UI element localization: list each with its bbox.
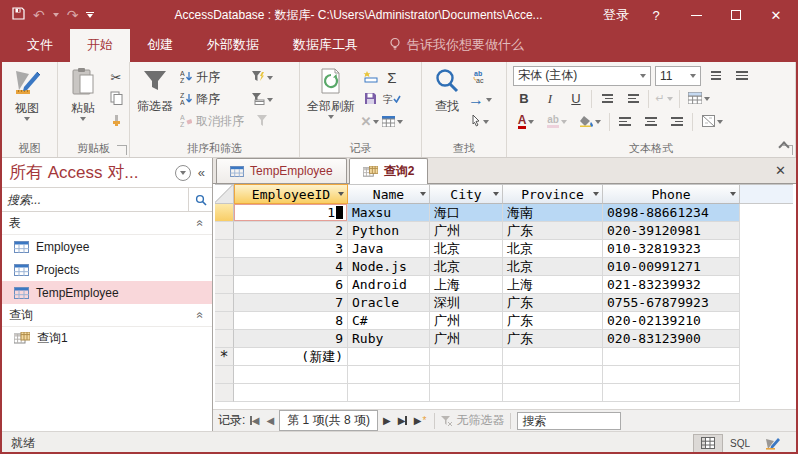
nav-item-query1[interactable]: 查询1 <box>2 327 212 350</box>
increase-indent-button[interactable] <box>622 88 644 109</box>
tab-create[interactable]: 创建 <box>130 29 190 62</box>
tab-home[interactable]: 开始 <box>70 29 130 62</box>
cell[interactable]: 010-32819323 <box>603 240 740 258</box>
cell[interactable]: 010-00991271 <box>603 258 740 276</box>
datasheet-formatting-button[interactable] <box>697 111 727 132</box>
row-selector[interactable] <box>215 384 234 402</box>
cell[interactable]: 北京 <box>430 240 503 258</box>
cell[interactable]: 广州 <box>430 222 503 240</box>
design-view-button[interactable] <box>757 434 787 453</box>
spelling-button[interactable]: 字 <box>381 89 403 110</box>
nav-item-projects[interactable]: Projects <box>2 258 212 281</box>
row-selector[interactable] <box>215 312 234 330</box>
first-record-button[interactable]: ◀ <box>248 415 261 426</box>
cell[interactable] <box>234 384 348 402</box>
cell[interactable]: 北京 <box>430 258 503 276</box>
select-all-corner[interactable] <box>215 184 234 204</box>
cell[interactable] <box>348 366 430 384</box>
nav-section-tables[interactable]: 表 « <box>2 212 212 235</box>
filter-button[interactable]: 筛选器 <box>133 64 177 116</box>
cell[interactable] <box>603 348 740 366</box>
cell[interactable] <box>503 384 603 402</box>
more-records-button[interactable] <box>381 111 403 132</box>
font-size-select[interactable]: 11 <box>655 66 701 86</box>
new-record-button[interactable] <box>359 67 381 88</box>
cell[interactable]: Python <box>348 222 430 240</box>
copy-button[interactable] <box>105 89 127 110</box>
datasheet-view-button[interactable] <box>693 434 723 453</box>
column-header-name[interactable]: Name <box>348 184 430 204</box>
next-record-button[interactable]: ▶ <box>381 415 393 426</box>
goto-button[interactable]: → <box>469 89 491 110</box>
record-position[interactable]: 第 1 项(共 8 项) <box>279 410 378 431</box>
cell[interactable]: (新建) <box>234 348 348 366</box>
nav-pane-menu-button[interactable] <box>175 165 191 181</box>
font-name-select[interactable]: 宋体 (主体) <box>513 66 651 86</box>
column-dropdown-icon[interactable] <box>730 192 736 196</box>
cell[interactable] <box>503 348 603 366</box>
cell[interactable] <box>234 366 348 384</box>
nav-search-button[interactable] <box>188 188 212 211</box>
cell[interactable]: Oracle <box>348 294 430 312</box>
delete-record-button[interactable]: ✕ <box>359 111 381 132</box>
totals-button[interactable]: Σ <box>381 67 403 88</box>
paste-button[interactable]: 粘贴 <box>61 64 105 124</box>
cell[interactable]: 广东 <box>503 330 603 348</box>
new-blank-record-button[interactable]: ▶* <box>412 415 429 426</box>
cell[interactable]: 北京 <box>503 240 603 258</box>
font-color-button[interactable]: A <box>513 111 539 132</box>
align-center-button[interactable] <box>640 111 662 132</box>
cell[interactable]: C# <box>348 312 430 330</box>
cell[interactable] <box>503 366 603 384</box>
align-left-button[interactable] <box>614 111 636 132</box>
view-button[interactable]: 视图 <box>5 64 49 124</box>
editing-cell[interactable]: 1 <box>234 204 348 222</box>
new-row-selector[interactable]: * <box>215 348 234 366</box>
nav-item-employee[interactable]: Employee <box>2 235 212 258</box>
doc-tab-query2[interactable]: 查询2 <box>349 158 429 184</box>
cell[interactable]: Node.js <box>348 258 430 276</box>
close-button[interactable]: ✕ <box>756 0 796 30</box>
tab-file[interactable]: 文件 <box>10 29 70 62</box>
maximize-button[interactable] <box>716 0 756 30</box>
row-selector[interactable] <box>215 240 234 258</box>
undo-dropdown-icon[interactable] <box>53 13 59 17</box>
minimize-button[interactable] <box>676 0 716 30</box>
column-header-employeeid[interactable]: EmployeeID <box>234 184 348 204</box>
close-document-icon[interactable]: ✕ <box>775 163 786 178</box>
sql-view-button[interactable]: SQL <box>725 434 755 453</box>
cell[interactable]: 广东 <box>503 222 603 240</box>
bullets-button[interactable] <box>705 65 727 86</box>
remove-sort-button[interactable]: AZ 取消排序 <box>177 111 251 132</box>
gridlines-button[interactable] <box>684 88 714 109</box>
italic-button[interactable]: I <box>539 88 561 109</box>
row-selector[interactable] <box>215 204 234 222</box>
cell[interactable]: 0898-88661234 <box>603 204 740 222</box>
cell[interactable]: Android <box>348 276 430 294</box>
column-header-phone[interactable]: Phone <box>603 184 740 204</box>
cell[interactable] <box>430 366 503 384</box>
column-header-city[interactable]: City <box>430 184 503 204</box>
nav-section-queries[interactable]: 查询 « <box>2 304 212 327</box>
cell[interactable]: 海口 <box>430 204 503 222</box>
doc-tab-tempemployee[interactable]: TempEmployee <box>216 158 347 183</box>
cell[interactable]: 上海 <box>430 276 503 294</box>
cell[interactable]: 020-02139210 <box>603 312 740 330</box>
row-selector[interactable] <box>215 330 234 348</box>
cell[interactable]: Java <box>348 240 430 258</box>
cell[interactable]: 4 <box>234 258 348 276</box>
save-record-button[interactable] <box>359 89 381 110</box>
shutter-close-icon[interactable]: « <box>198 166 205 179</box>
cell[interactable]: 8 <box>234 312 348 330</box>
previous-record-button[interactable]: ◀ <box>265 415 277 426</box>
undo-icon[interactable]: ↶ <box>33 7 45 23</box>
selection-filter-button[interactable] <box>251 67 273 88</box>
cell[interactable]: 2 <box>234 222 348 240</box>
refresh-all-button[interactable]: 全部刷新 <box>303 64 359 122</box>
row-selector[interactable] <box>215 294 234 312</box>
cut-button[interactable]: ✂ <box>105 67 127 88</box>
tell-me-box[interactable]: 告诉我你想要做什么 <box>375 29 538 62</box>
cell[interactable]: 7 <box>234 294 348 312</box>
column-header-province[interactable]: Province <box>503 184 603 204</box>
cell[interactable]: 6 <box>234 276 348 294</box>
